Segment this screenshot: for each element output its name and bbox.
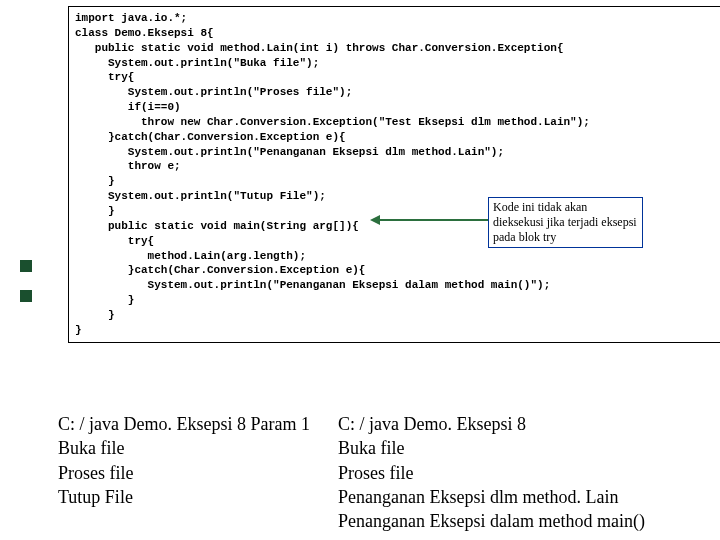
callout-text: Kode ini tidak akan dieksekusi jika terj… <box>493 200 637 244</box>
slide-sidebar <box>0 0 40 540</box>
output-line: Penanganan Eksepsi dlm method. Lain <box>338 485 698 509</box>
output-line: C: / java Demo. Eksepsi 8 Param 1 <box>58 412 338 436</box>
code-listing: import java.io.*; class Demo.Eksepsi 8{ … <box>68 6 720 343</box>
output-line: C: / java Demo. Eksepsi 8 <box>338 412 698 436</box>
code-line: import java.io.*; <box>75 12 187 24</box>
code-line: } <box>75 294 134 306</box>
code-line: method.Lain(arg.length); <box>75 250 306 262</box>
code-line: System.out.println("Tutup File"); <box>75 190 326 202</box>
code-line: System.out.println("Proses file"); <box>75 86 352 98</box>
code-line: System.out.println("Penanganan Eksepsi d… <box>75 279 550 291</box>
code-line: } <box>75 205 115 217</box>
bullet-icon <box>20 260 32 272</box>
code-line: if(i==0) <box>75 101 181 113</box>
code-line: System.out.println("Buka file"); <box>75 57 319 69</box>
code-line: throw new Char.Conversion.Exception("Tes… <box>75 116 590 128</box>
console-output: C: / java Demo. Eksepsi 8 Param 1 Buka f… <box>58 412 698 533</box>
output-column-left: C: / java Demo. Eksepsi 8 Param 1 Buka f… <box>58 412 338 509</box>
code-line: }catch(Char.Conversion.Exception e){ <box>75 264 365 276</box>
code-line: class Demo.Eksepsi 8{ <box>75 27 214 39</box>
code-line: public static void method.Lain(int i) th… <box>75 42 563 54</box>
bullet-icon <box>20 290 32 302</box>
code-line: } <box>75 309 115 321</box>
output-line: Buka file <box>58 436 338 460</box>
callout-box: Kode ini tidak akan dieksekusi jika terj… <box>488 197 643 248</box>
code-line: }catch(Char.Conversion.Exception e){ <box>75 131 346 143</box>
output-line: Buka file <box>338 436 698 460</box>
code-line: public static void main(String arg[]){ <box>75 220 359 232</box>
output-line: Proses file <box>338 461 698 485</box>
output-line: Tutup File <box>58 485 338 509</box>
code-line: System.out.println("Penanganan Eksepsi d… <box>75 146 504 158</box>
output-column-right: C: / java Demo. Eksepsi 8 Buka file Pros… <box>338 412 698 533</box>
code-line: try{ <box>75 235 154 247</box>
output-line: Penanganan Eksepsi dalam method main() <box>338 509 698 533</box>
output-line: Proses file <box>58 461 338 485</box>
callout-arrow-icon <box>370 217 488 223</box>
code-line: try{ <box>75 71 134 83</box>
code-line: } <box>75 324 82 336</box>
code-line: throw e; <box>75 160 181 172</box>
code-line: } <box>75 175 115 187</box>
